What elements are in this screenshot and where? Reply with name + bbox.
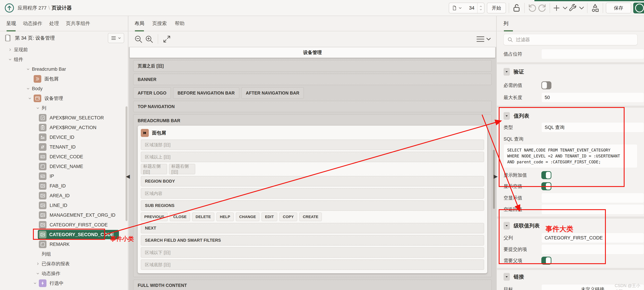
button-slot[interactable]: DELETE [192,213,214,221]
display-extra-toggle[interactable] [541,171,552,179]
layout-slot[interactable]: BEFORE NAVIGATION BAR [173,87,239,99]
tree-item[interactable]: CATEGORY_FIRST_CODE [0,220,128,230]
canvas-scrollbar-thumb[interactable] [493,150,495,209]
slot-banner[interactable]: BANNER [133,74,492,85]
center-panel-tab[interactable]: 帮助 [175,16,184,31]
button-slot[interactable]: CLOSE [170,213,190,221]
redo-button[interactable] [537,3,547,13]
tree-item[interactable]: REMARK [0,239,128,249]
layout-slot[interactable]: 标题右侧 [旧] [169,164,195,174]
tree-expand-arrow[interactable] [6,56,14,63]
page-number-field[interactable]: 34 [463,5,474,11]
slot-full-width-content[interactable]: FULL WIDTH CONTENT [133,279,492,290]
max-length-field[interactable] [541,92,644,102]
undo-button[interactable] [528,3,537,13]
collapse-section-icon[interactable] [504,273,510,281]
layout-slot[interactable]: AFTER LOGO [133,87,171,99]
button-slot[interactable]: COPY [279,213,297,221]
slot-region-body[interactable]: REGION BODY [141,176,484,186]
save-button[interactable]: 保存 [606,3,631,13]
slot-after-header[interactable]: 页眉之后 [旧] [133,60,492,72]
tree-item[interactable]: LINE_ID [0,201,128,210]
tree-item[interactable]: DEVICE_NAME [0,162,128,171]
tree-item[interactable]: 行选中 [0,278,128,288]
tree-expand-arrow[interactable] [6,46,14,54]
slot-region-top[interactable]: 区域顶部 [旧] [141,139,484,150]
tree-item[interactable]: 列组 [0,249,128,259]
button-slot[interactable]: CREATE [299,213,322,221]
tree-item[interactable]: 面包屑 [0,74,128,84]
layout-menu-button[interactable] [476,35,491,44]
tree-item[interactable]: TENANT_ID [0,142,128,152]
tree-item[interactable]: 设备管理 [0,93,128,103]
left-panel-tab[interactable]: 动态操作 [23,16,42,31]
collapse-section-icon[interactable] [504,112,510,120]
tree-item[interactable]: Breadcrumb Bar [0,64,128,74]
collapse-right-panel-icon[interactable]: ▶ [494,173,498,179]
shared-components-button[interactable] [590,3,600,13]
collapse-section-icon[interactable] [504,68,510,76]
slot-region-content[interactable]: 区域内容 [141,188,484,199]
null-return-field[interactable] [541,204,644,214]
zoom-out-icon[interactable] [134,35,143,44]
slot-breadcrumb-bar[interactable]: BREADCRUMB BAR 面包屑 区域顶部 [旧] 区域以上 [旧 [133,114,492,277]
parent-required-toggle[interactable] [541,257,552,265]
layout-slot[interactable]: 标题左侧 [旧] [141,164,167,174]
tree-item[interactable]: AREA_ID [0,191,128,201]
run-page-button[interactable] [633,3,644,13]
tree-item[interactable]: 列 [0,103,128,113]
tree-expand-arrow[interactable] [24,65,32,73]
tab-column-properties[interactable]: 列 [504,16,508,31]
lov-type-field[interactable] [541,122,644,132]
tree-item[interactable]: 组件 [0,55,128,64]
button-slot[interactable]: PREVIOUS [141,213,168,221]
filter-input[interactable] [516,37,627,42]
slot-region-above[interactable]: 区域以上 [旧] [141,152,484,162]
tree-item[interactable]: 动态操作 [0,269,128,278]
required-toggle[interactable] [541,81,552,89]
zoom-in-icon[interactable] [144,35,154,44]
expand-layout-icon[interactable] [162,35,171,44]
left-panel-tab[interactable]: 页共享组件 [66,16,90,31]
tree-expand-arrow[interactable] [34,260,42,267]
tree-item[interactable]: 已保存的报表 [0,259,128,269]
collapse-section-icon[interactable] [504,222,510,230]
tree-item[interactable]: CATEGORY_SECOND_CODE [0,230,128,239]
layout-slot[interactable]: AFTER NAVIGATION BAR [241,87,304,99]
tree-expand-arrow[interactable] [34,270,42,277]
breadcrumb-region-card[interactable]: 面包屑 区域顶部 [旧] 区域以上 [旧] 标题左侧 [旧] [138,126,487,273]
items-to-submit-field[interactable] [541,244,644,254]
tree-expand-arrow[interactable] [31,279,39,287]
slot-sub-regions[interactable]: SUB REGIONS [141,200,484,211]
left-scrollbar-thumb[interactable] [126,106,128,221]
button-slot[interactable]: EDIT [262,213,277,221]
button-slot[interactable]: CHANGE [236,213,260,221]
create-menu-button[interactable] [553,3,568,13]
go-up-icon[interactable] [4,3,14,13]
tree-item[interactable]: DEVICE_CODE [0,152,128,162]
tree-expand-arrow[interactable] [26,94,34,102]
tree-item[interactable]: MANAGEMENT_EXT_ORG_ID [0,210,128,220]
tree-item[interactable]: 呈现前 [0,45,128,55]
tree-expand-arrow[interactable] [24,85,32,92]
page-number-stepper[interactable] [477,3,484,13]
tree-item[interactable]: DEVICE_ID [0,132,128,142]
center-panel-tab[interactable]: 布局 [134,16,144,31]
utilities-menu-button[interactable] [568,3,584,13]
left-panel-tab[interactable]: 呈现 [6,16,16,31]
app-breadcrumb-link[interactable]: 应用程序 277 [18,5,47,11]
parent-column-field[interactable] [541,233,644,243]
slot-next[interactable]: NEXT [141,223,484,233]
left-panel-tab[interactable]: 处理 [49,16,59,31]
slot-region-bottom[interactable]: 区域底部 [旧] [141,259,484,270]
chevron-down-icon[interactable] [458,7,462,9]
value-placeholder-field[interactable] [541,49,644,59]
lock-button[interactable] [512,3,522,13]
center-panel-tab[interactable]: 页搜索 [152,16,167,31]
slot-top-navigation[interactable]: TOP NAVIGATION [133,101,492,112]
page-selector[interactable]: 34 [449,3,484,13]
slot-search-smart-filters[interactable]: SEARCH FIELD AND SMART FILTERS [141,235,484,245]
tree-item[interactable]: APEX$ROW_SELECTOR [0,113,128,123]
tree-menu-button[interactable] [108,33,124,43]
start-button[interactable]: 开始 [487,3,506,13]
